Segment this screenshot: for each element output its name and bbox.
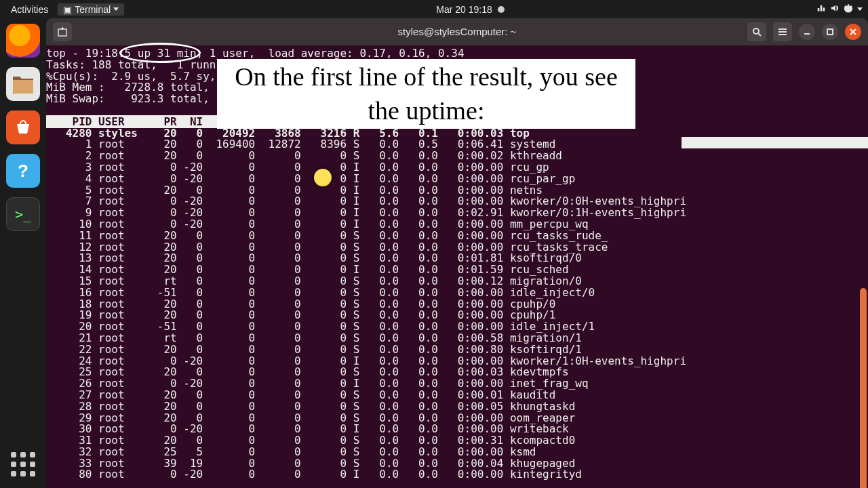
dock-files[interactable] <box>6 67 40 101</box>
dock-software[interactable] <box>6 110 40 144</box>
power-icon[interactable] <box>844 3 853 15</box>
dock-firefox[interactable] <box>6 24 40 58</box>
dock-help[interactable]: ? <box>6 154 40 188</box>
dock: ? >_ <box>0 18 46 488</box>
annotation-text-box: On the first line of the result, you see… <box>217 59 635 129</box>
hamburger-menu-button[interactable] <box>773 22 792 41</box>
top-summary-swap: MiB Swap: 923.3 total, 9 <box>46 92 242 105</box>
maximize-button[interactable] <box>822 24 838 40</box>
volume-icon[interactable] <box>830 3 840 15</box>
gnome-top-bar: Activities ▣ Terminal Mar 20 19:18 <box>0 0 868 18</box>
chevron-down-icon[interactable] <box>857 7 863 11</box>
process-row: 80 root 0 -20 0 0 0 I 0.0 0.0 0:00.00 ki… <box>46 468 582 481</box>
chevron-down-icon <box>113 7 119 11</box>
svg-point-1 <box>753 28 759 34</box>
clock[interactable]: Mar 20 19:18 <box>436 4 492 15</box>
recording-indicator-icon[interactable] <box>498 6 505 13</box>
window-title: styles@stylesComputer: ~ <box>398 26 517 38</box>
terminal-scrollbar[interactable] <box>860 288 867 488</box>
terminal-icon: ▣ <box>63 4 72 15</box>
app-menu-label: Terminal <box>75 4 111 15</box>
activities-button[interactable]: Activities <box>5 3 54 16</box>
svg-rect-0 <box>58 29 66 36</box>
svg-rect-2 <box>827 29 833 35</box>
network-icon[interactable] <box>816 3 826 15</box>
close-button[interactable] <box>845 24 861 40</box>
app-menu[interactable]: ▣ Terminal <box>58 3 124 16</box>
terminal-titlebar: styles@stylesComputer: ~ <box>46 18 868 45</box>
top-header-row-extension <box>682 137 868 148</box>
show-applications[interactable] <box>6 447 40 481</box>
dock-terminal[interactable]: >_ <box>6 197 40 231</box>
search-button[interactable] <box>747 22 766 41</box>
minimize-button[interactable] <box>799 24 815 40</box>
new-tab-button[interactable] <box>53 22 72 41</box>
